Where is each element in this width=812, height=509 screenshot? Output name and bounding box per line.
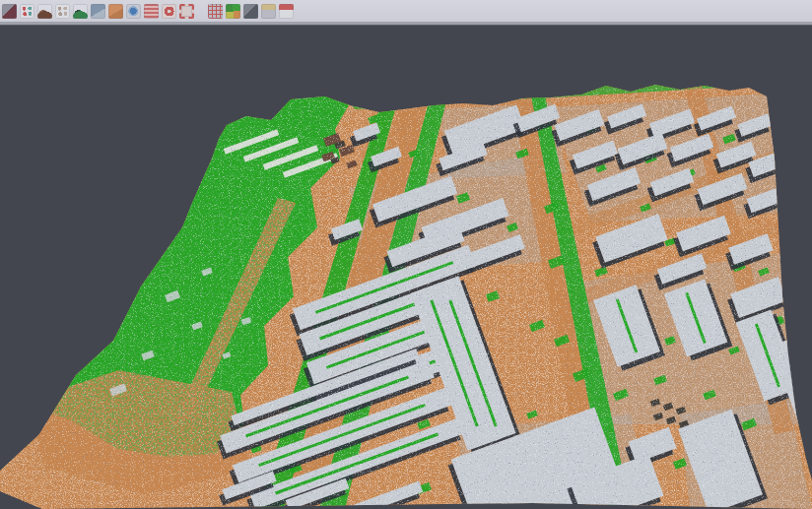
ground-class-icon[interactable] [108, 4, 123, 19]
class-layers-icon[interactable] [144, 4, 159, 19]
classified-cloud-icon[interactable] [226, 4, 240, 19]
point-cloud-density-icon[interactable] [2, 4, 17, 19]
terrain-point-cloud [0, 26, 812, 509]
sparse-points-icon[interactable] [55, 4, 70, 19]
profile-panel-icon[interactable] [91, 4, 105, 19]
mesh-model-icon[interactable] [243, 4, 258, 19]
application-window [0, 0, 812, 509]
clip-box-icon[interactable] [208, 4, 223, 19]
measure-tool-icon[interactable] [261, 4, 276, 19]
viewport-3d[interactable] [0, 26, 812, 509]
point-cloud-canvas [0, 26, 812, 509]
globe-view-icon[interactable] [126, 4, 141, 19]
vegetation-terrain-icon[interactable] [73, 4, 88, 19]
toolbar [0, 0, 812, 22]
report-icon[interactable] [279, 4, 294, 19]
target-circle-icon[interactable] [162, 4, 176, 19]
selection-bounds-icon[interactable] [179, 4, 194, 19]
noise-layer [0, 26, 812, 509]
align-point-pairs-icon[interactable] [20, 4, 34, 19]
terrain-ground-icon[interactable] [37, 4, 52, 19]
